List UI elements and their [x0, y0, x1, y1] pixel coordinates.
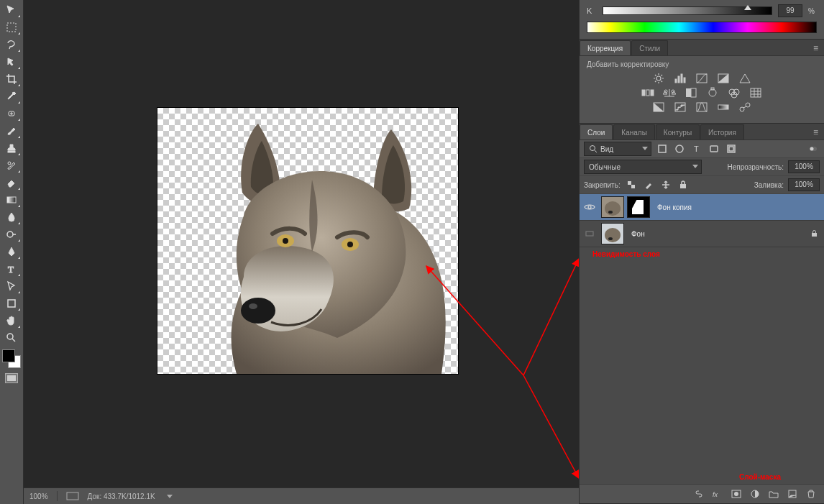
layer-thumb[interactable] [601, 196, 624, 218]
lock-transparent-icon[interactable] [625, 179, 638, 191]
adj-hue-icon[interactable] [641, 87, 655, 98]
fx-icon[interactable]: fx [712, 488, 723, 500]
eraser-tool[interactable] [1, 174, 22, 191]
adj-vibrance-icon[interactable] [738, 73, 752, 84]
visibility-toggle[interactable] [580, 203, 600, 211]
filter-adjust-icon[interactable] [673, 143, 686, 155]
doc-info-menu[interactable] [167, 495, 173, 498]
tab-paths[interactable]: Контуры [656, 124, 700, 139]
layer-mask-thumb[interactable] [627, 196, 650, 218]
delete-layer-icon[interactable] [805, 488, 817, 500]
svg-point-68 [810, 147, 814, 151]
lock-position-icon[interactable] [659, 179, 672, 191]
filter-type-icon[interactable]: T [690, 143, 703, 155]
svg-point-84 [734, 492, 738, 496]
heal-tool[interactable] [1, 105, 22, 122]
type-tool[interactable]: T [1, 260, 22, 278]
tab-adjustments[interactable]: Коррекция [580, 40, 631, 55]
zoom-tool[interactable] [1, 329, 22, 347]
svg-rect-4 [7, 197, 16, 203]
eyedropper-tool[interactable] [1, 88, 22, 105]
adj-balance-icon[interactable] [662, 87, 677, 98]
fill-value[interactable]: 100% [788, 178, 820, 191]
adjustments-menu[interactable]: ≡ [807, 41, 824, 55]
adj-invert-icon[interactable] [651, 101, 666, 113]
marquee-tool[interactable] [1, 19, 22, 36]
adj-gradient-map-icon[interactable] [716, 101, 731, 113]
adj-lookup-icon[interactable] [749, 87, 763, 98]
crop-tool[interactable] [1, 70, 22, 88]
color-swatches[interactable] [2, 349, 21, 368]
adj-threshold-icon[interactable] [695, 101, 709, 113]
svg-text:T: T [694, 145, 699, 153]
layer-row[interactable]: Фон копия [580, 194, 824, 221]
new-adjustment-icon[interactable] [749, 488, 761, 500]
svg-rect-31 [684, 78, 685, 83]
filter-shape-icon[interactable] [708, 143, 720, 155]
canvas-viewport[interactable] [24, 0, 579, 487]
adj-bw-icon[interactable] [684, 87, 698, 98]
filter-smart-icon[interactable] [725, 143, 738, 155]
status-bar: 100% Док: 433.7K/1012.1K [24, 487, 579, 504]
stamp-tool[interactable] [1, 139, 22, 157]
color-slider[interactable] [603, 6, 772, 15]
color-unit: % [808, 7, 817, 15]
svg-line-16 [523, 259, 579, 375]
lock-icon [810, 229, 818, 239]
right-panel-stack: K 99 % Коррекция Стили ≡ Добавить коррек… [579, 0, 824, 504]
pen-tool[interactable] [1, 243, 22, 260]
layer-name[interactable]: Фон копия [657, 203, 692, 211]
quick-mask-toggle[interactable] [2, 371, 21, 385]
color-spectrum[interactable] [587, 22, 817, 33]
blend-mode-dropdown[interactable]: Обычные [584, 160, 702, 174]
layer-thumb[interactable] [601, 223, 624, 244]
quick-select-tool[interactable] [1, 53, 22, 70]
svg-point-14 [347, 242, 353, 247]
brush-tool[interactable] [1, 122, 22, 139]
opacity-value[interactable]: 100% [788, 160, 820, 173]
doc-size-icon [66, 492, 79, 500]
filter-pixel-icon[interactable] [656, 143, 669, 155]
adj-channel-mixer-icon[interactable] [727, 87, 741, 98]
gradient-tool[interactable] [1, 191, 22, 209]
adj-levels-icon[interactable] [673, 73, 687, 84]
lock-label: Закрепить: [584, 181, 621, 189]
dodge-tool[interactable] [1, 226, 22, 243]
adj-brightness-icon[interactable] [651, 73, 666, 84]
blur-tool[interactable] [1, 209, 22, 226]
tab-history[interactable]: История [700, 124, 744, 139]
filter-toggle[interactable] [807, 143, 820, 155]
document-canvas[interactable] [157, 108, 458, 374]
move-tool[interactable] [1, 1, 22, 19]
lasso-tool[interactable] [1, 36, 22, 53]
color-value[interactable]: 99 [778, 4, 802, 17]
new-group-icon[interactable] [768, 488, 779, 500]
lock-pixels-icon[interactable] [642, 179, 655, 191]
layers-menu[interactable]: ≡ [807, 125, 824, 139]
add-mask-icon[interactable] [731, 488, 742, 500]
hand-tool[interactable] [1, 312, 22, 329]
tab-styles[interactable]: Стили [631, 40, 668, 55]
svg-rect-70 [631, 185, 635, 188]
adj-exposure-icon[interactable] [716, 73, 731, 84]
path-select-tool[interactable] [1, 278, 22, 295]
zoom-level[interactable]: 100% [29, 492, 48, 500]
tab-channels[interactable]: Каналы [613, 124, 655, 139]
new-layer-icon[interactable] [787, 488, 798, 500]
lock-all-icon[interactable] [677, 179, 690, 191]
adj-selective-icon[interactable] [738, 101, 752, 113]
link-layers-icon[interactable] [693, 488, 705, 500]
history-brush-tool[interactable] [1, 157, 22, 174]
shape-tool[interactable] [1, 295, 22, 312]
color-channel-label: K [587, 6, 597, 15]
layer-row[interactable]: Фон [580, 221, 824, 247]
layer-filter-dropdown[interactable]: Вид [584, 142, 651, 156]
svg-point-62 [676, 145, 683, 152]
tab-layers[interactable]: Слои [580, 124, 613, 139]
adj-photo-filter-icon[interactable] [705, 87, 720, 98]
adj-curves-icon[interactable] [695, 73, 709, 84]
adj-posterize-icon[interactable] [673, 101, 687, 113]
svg-point-74 [605, 201, 621, 216]
layer-name[interactable]: Фон [631, 230, 645, 238]
visibility-toggle[interactable] [580, 229, 600, 238]
